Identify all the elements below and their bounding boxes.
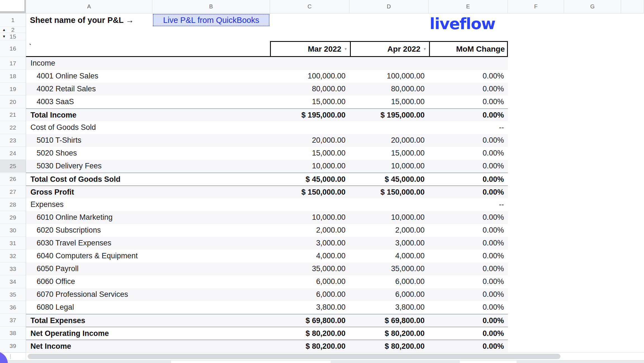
cell-account-label[interactable]: Cost of Goods Sold xyxy=(26,121,270,134)
row-header-28[interactable]: 28 xyxy=(0,198,26,211)
horizontal-scrollbar-thumb[interactable] xyxy=(28,354,560,359)
cell-apr-value[interactable]: 100,000.00 xyxy=(349,70,428,83)
cell-mom-value[interactable]: 0.00% xyxy=(428,70,508,83)
row-header-25[interactable]: 25 xyxy=(0,160,26,173)
cell-mar-value[interactable] xyxy=(270,121,349,134)
row-header-17[interactable]: 17 xyxy=(0,57,26,70)
cell-mom-value[interactable]: 0.00% xyxy=(428,147,508,160)
cell-mar-value[interactable]: 10,000.00 xyxy=(270,211,349,224)
row-header-37[interactable]: 37 xyxy=(0,314,26,327)
cell-mom-value[interactable]: 0.00% xyxy=(428,288,508,301)
cell-mom-value[interactable]: 0.00% xyxy=(428,250,508,262)
cell-apr-value[interactable]: 3,800.00 xyxy=(349,301,428,314)
dropdown-arrow-icon[interactable]: ▼ xyxy=(423,47,427,51)
cell-mom-value[interactable]: 0.00% xyxy=(428,173,508,185)
row-header-38[interactable]: 38 xyxy=(0,327,26,340)
cell-account-label[interactable]: Net Income xyxy=(26,340,270,352)
cell-account-label[interactable]: 4003 SaaS xyxy=(26,95,270,108)
row-header-24[interactable]: 24 xyxy=(0,147,26,160)
row-header-23[interactable]: 23 xyxy=(0,134,26,147)
column-header-D[interactable]: D xyxy=(349,0,428,13)
row-header-32[interactable]: 32 xyxy=(0,250,26,262)
cell-apr-value[interactable]: $ 80,200.00 xyxy=(349,327,428,340)
cell-mar-value[interactable]: $ 69,800.00 xyxy=(270,314,349,327)
cell-account-label[interactable]: 6080 Legal xyxy=(26,301,270,314)
row-header-39[interactable]: 39 xyxy=(0,340,26,352)
column-header-C[interactable]: C xyxy=(270,0,349,13)
cell-apr-value[interactable]: 4,000.00 xyxy=(349,250,428,262)
cell-account-label[interactable]: 4002 Retail Sales xyxy=(26,83,270,95)
cell-apr-value[interactable]: 15,000.00 xyxy=(349,147,428,160)
cell-account-label[interactable]: Total Cost of Goods Sold xyxy=(26,173,270,185)
cell-mom-value[interactable]: 0.00% xyxy=(428,327,508,340)
row-header-15[interactable]: 15▼ xyxy=(0,33,26,40)
cell-mar-value[interactable]: $ 80,200.00 xyxy=(270,327,349,340)
cell-account-label[interactable]: Gross Profit xyxy=(26,186,270,198)
cell-mar-value[interactable]: 100,000.00 xyxy=(270,70,349,83)
cell-mar-value[interactable] xyxy=(270,57,349,70)
row-header-26[interactable]: 26 xyxy=(0,173,26,185)
cell-apr-value[interactable]: 35,000.00 xyxy=(349,262,428,275)
cell-account-label[interactable]: 6020 Subscriptions xyxy=(26,224,270,237)
cell-apr-value[interactable]: $ 195,000.00 xyxy=(349,109,428,121)
row-header-33[interactable]: 33 xyxy=(0,262,26,275)
row-header-29[interactable]: 29 xyxy=(0,211,26,224)
cell-mar-value[interactable]: 6,000.00 xyxy=(270,288,349,301)
column-header-B[interactable]: B xyxy=(152,0,270,13)
row-header-35[interactable]: 35 xyxy=(0,288,26,301)
cell-apr-value[interactable]: 6,000.00 xyxy=(349,288,428,301)
dropdown-arrow-icon[interactable]: ▼ xyxy=(344,47,347,51)
cell-apr-value[interactable]: 15,000.00 xyxy=(349,95,428,108)
cell-account-label[interactable]: 6030 Travel Expenses xyxy=(26,237,270,250)
cell-mom-value[interactable]: 0.00% xyxy=(428,186,508,198)
cell-mom-value[interactable] xyxy=(428,57,508,70)
cell-account-label[interactable]: Total Expenses xyxy=(26,314,270,327)
cell-mar-value[interactable] xyxy=(270,198,349,211)
column-header-A[interactable]: A xyxy=(26,0,152,13)
row-header-2[interactable]: 2▲ xyxy=(0,27,26,33)
cell-mom-value[interactable]: 0.00% xyxy=(428,211,508,224)
row-header-20[interactable]: 20 xyxy=(0,95,26,108)
cell-account-label[interactable]: 6010 Online Marketing xyxy=(26,211,270,224)
cell-mom-value[interactable]: 0.00% xyxy=(428,262,508,275)
row-header-31[interactable]: 31 xyxy=(0,237,26,250)
cell-account-label[interactable]: Expenses xyxy=(26,198,270,211)
period-header-apr-2022[interactable]: Apr 2022▼ xyxy=(350,42,429,56)
select-all-corner[interactable] xyxy=(0,0,26,13)
cell-account-label[interactable]: Income xyxy=(26,57,270,70)
cell-account-label[interactable]: Net Operating Income xyxy=(26,327,270,340)
cell-mar-value[interactable]: $ 80,200.00 xyxy=(270,340,349,352)
cell-apr-value[interactable]: 3,000.00 xyxy=(349,237,428,250)
row-header-34[interactable]: 34 xyxy=(0,275,26,288)
row-header-19[interactable]: 19 xyxy=(0,83,26,95)
cell-account-label[interactable]: 6070 Professional Services xyxy=(26,288,270,301)
row-header-36[interactable]: 36 xyxy=(0,301,26,314)
row-header-21[interactable]: 21 xyxy=(0,108,26,121)
cell-mar-value[interactable]: 6,000.00 xyxy=(270,275,349,288)
cell-account-label[interactable]: 5030 Delivery Fees xyxy=(26,160,270,173)
cell-account-label[interactable]: 5010 T-Shirts xyxy=(26,134,270,147)
row-header-1[interactable]: 1 xyxy=(0,13,26,27)
cell-apr-value[interactable] xyxy=(349,121,428,134)
cell-apr-value[interactable]: $ 80,200.00 xyxy=(349,340,428,352)
cell-mom-value[interactable]: 0.00% xyxy=(428,340,508,352)
period-header-mar-2022[interactable]: Mar 2022▼ xyxy=(271,42,350,56)
cell-apr-value[interactable]: 80,000.00 xyxy=(349,83,428,95)
cell-a16-backtick[interactable]: ` xyxy=(29,42,32,51)
cell-apr-value[interactable]: 10,000.00 xyxy=(349,160,428,173)
cell-apr-value[interactable]: 10,000.00 xyxy=(349,211,428,224)
cell-a1-sheet-name-label[interactable]: Sheet name of your P&L → xyxy=(26,13,152,27)
row-header-27[interactable]: 27 xyxy=(0,185,26,198)
cell-mar-value[interactable]: 10,000.00 xyxy=(270,160,349,173)
cell-mar-value[interactable]: 15,000.00 xyxy=(270,147,349,160)
cell-mom-value[interactable]: -- xyxy=(428,198,508,211)
cell-mar-value[interactable]: $ 45,000.00 xyxy=(270,173,349,185)
column-header-G[interactable]: G xyxy=(564,0,621,13)
cell-apr-value[interactable]: $ 150,000.00 xyxy=(349,186,428,198)
cell-apr-value[interactable]: $ 45,000.00 xyxy=(349,173,428,185)
cell-mom-value[interactable]: 0.00% xyxy=(428,109,508,121)
cell-mar-value[interactable]: 35,000.00 xyxy=(270,262,349,275)
row-header-18[interactable]: 18 xyxy=(0,70,26,83)
column-header-F[interactable]: F xyxy=(508,0,564,13)
cell-mom-value[interactable]: 0.00% xyxy=(428,95,508,108)
